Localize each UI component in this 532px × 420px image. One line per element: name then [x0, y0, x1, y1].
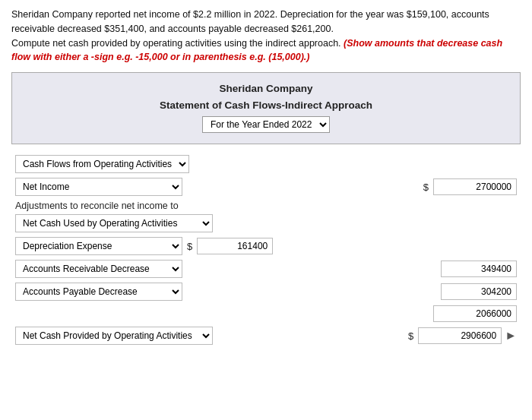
- cursor-arrow-icon: ►: [505, 329, 517, 343]
- cash-flows-select[interactable]: Cash Flows from Operating Activities: [15, 155, 189, 173]
- depreciation-select[interactable]: Depreciation Expense: [15, 237, 182, 255]
- statement-title: Sheridan Company Statement of Cash Flows…: [27, 81, 505, 113]
- ap-row: Accounts Payable Decrease: [15, 283, 517, 301]
- ar-select[interactable]: Accounts Receivable Decrease: [15, 260, 182, 278]
- problem-text-1: Sheridan Company reported net income of …: [11, 9, 489, 34]
- year-dropdown-row: For the Year Ended 2022: [27, 116, 505, 133]
- year-select[interactable]: For the Year Ended 2022: [202, 116, 330, 133]
- net-income-input[interactable]: [433, 178, 517, 195]
- subtotal-input[interactable]: [433, 305, 517, 322]
- depreciation-row: Depreciation Expense $: [15, 237, 517, 255]
- form-section: Cash Flows from Operating Activities Net…: [11, 155, 521, 345]
- depreciation-input[interactable]: [197, 238, 273, 254]
- ar-row: Accounts Receivable Decrease: [15, 260, 517, 278]
- adjustments-label: Adjustments to reconcile net income to: [15, 201, 517, 211]
- final-label-select[interactable]: Net Cash Provided by Operating Activitie…: [15, 327, 213, 345]
- net-cash-used-row: Net Cash Used by Operating Activities: [15, 214, 517, 232]
- dollar-sign-dep: $: [187, 241, 192, 252]
- ap-input[interactable]: [441, 283, 517, 300]
- company-name: Sheridan Company: [27, 81, 505, 97]
- subtotal-row: [15, 305, 517, 322]
- problem-description: Sheridan Company reported net income of …: [11, 8, 521, 65]
- final-input[interactable]: [418, 327, 502, 344]
- net-cash-used-select[interactable]: Net Cash Used by Operating Activities: [15, 214, 213, 232]
- ap-select[interactable]: Accounts Payable Decrease: [15, 283, 182, 301]
- cash-flows-row: Cash Flows from Operating Activities: [15, 155, 517, 173]
- statement-heading: Statement of Cash Flows-Indirect Approac…: [27, 97, 505, 114]
- dollar-sign-net-income: $: [423, 182, 429, 193]
- net-income-row: Net Income $: [15, 178, 517, 196]
- net-income-select[interactable]: Net Income: [15, 178, 182, 196]
- final-row: Net Cash Provided by Operating Activitie…: [15, 327, 517, 345]
- statement-container: Sheridan Company Statement of Cash Flows…: [11, 72, 521, 144]
- dollar-sign-final: $: [408, 330, 413, 342]
- ar-input[interactable]: [441, 261, 517, 277]
- problem-text-2: Compute net cash provided by operating a…: [11, 38, 344, 49]
